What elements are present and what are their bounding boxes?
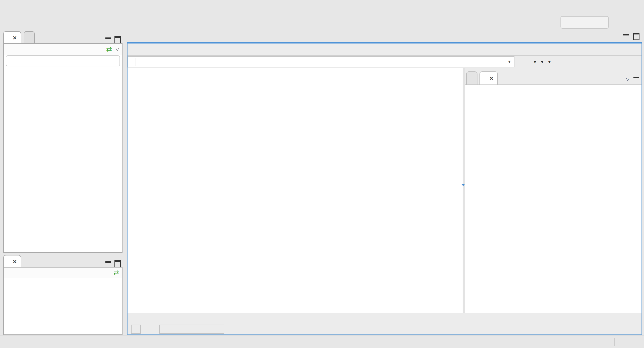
panel-minmax	[105, 36, 123, 44]
link-with-editor-icon[interactable]: ⇄	[113, 269, 119, 276]
navigator-body: ⇄ ▽	[3, 43, 123, 253]
statusbar-separator	[614, 338, 615, 346]
navigator-toolbar: ⇄ ▽	[4, 44, 122, 55]
minimize-icon[interactable]	[105, 261, 111, 266]
database-tree	[4, 67, 122, 252]
minimize-icon[interactable]	[105, 37, 111, 42]
editor-tabs	[155, 30, 622, 42]
side-panel-tabs: × ▽	[465, 68, 641, 84]
metadata-grid	[465, 84, 641, 313]
tab-metadata[interactable]: ×	[479, 71, 498, 84]
results-toolbar	[128, 313, 641, 324]
navigator-tabs: ×	[3, 31, 123, 44]
close-icon[interactable]: ×	[13, 34, 17, 42]
toolbar-separator	[612, 17, 612, 27]
filter-history-dropdown-icon[interactable]: ▼	[505, 57, 514, 67]
results-region: ◂▸ × ▽	[128, 68, 641, 313]
result-subtabs	[128, 44, 641, 56]
close-icon[interactable]: ×	[13, 258, 17, 266]
data-filter-bar: ▼ ▼ ▼ ▼	[128, 56, 641, 68]
side-panel-minmax: ▽	[626, 76, 641, 84]
view-menu-icon[interactable]: ▽	[626, 76, 629, 82]
close-icon[interactable]: ×	[490, 74, 493, 82]
tab-database-navigator[interactable]: ×	[3, 31, 21, 44]
editor-body: ▼ ▼ ▼ ▼ ◂▸	[127, 44, 642, 335]
side-panel: × ▽	[465, 68, 641, 313]
view-menu-icon[interactable]: ▽	[115, 47, 119, 52]
chevron-down-icon[interactable]: ▼	[540, 60, 544, 64]
chevron-down-icon[interactable]: ▼	[548, 60, 551, 64]
row-count-box	[159, 325, 224, 334]
maximize-icon[interactable]	[114, 260, 121, 268]
panel-minmax	[105, 260, 123, 268]
project-table-header	[4, 278, 122, 287]
project-general-panel: × ⇄	[3, 254, 123, 335]
minimize-icon[interactable]	[623, 34, 629, 39]
main-toolbar	[0, 0, 644, 30]
chevron-down-icon[interactable]: ▼	[533, 60, 537, 64]
project-toolbar: ⇄	[4, 268, 122, 278]
project-body: ⇄	[3, 267, 123, 335]
editor-area: ▼ ▼ ▼ ▼ ◂▸	[127, 30, 642, 335]
statusbar-separator	[624, 338, 624, 346]
filter-divider	[136, 58, 136, 66]
fetch-status-box	[131, 325, 141, 334]
database-navigator-panel: × ⇄ ▽	[3, 31, 123, 253]
link-with-editor-icon[interactable]: ⇄	[106, 46, 112, 53]
sql-filter-input[interactable]: ▼	[128, 56, 514, 67]
editor-minmax	[623, 33, 639, 40]
tab-projects[interactable]	[24, 31, 35, 44]
tab-value[interactable]	[466, 71, 477, 84]
data-grid	[128, 68, 463, 313]
object-filter-input[interactable]	[6, 55, 120, 66]
project-tabs: ×	[3, 254, 123, 268]
tab-project-general[interactable]: ×	[3, 255, 21, 268]
minimize-icon[interactable]	[633, 77, 639, 82]
active-tab-underline	[127, 42, 642, 44]
maximize-icon[interactable]	[114, 36, 121, 44]
maximize-icon[interactable]	[633, 33, 639, 40]
results-status	[128, 324, 641, 334]
window-statusbar	[0, 335, 644, 348]
quick-access-input[interactable]	[560, 16, 609, 29]
